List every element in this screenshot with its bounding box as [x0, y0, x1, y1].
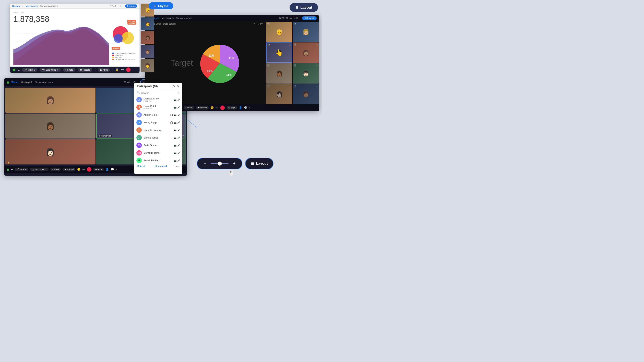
- layout-btn-analytics[interactable]: ⊞ Layout: [125, 4, 137, 7]
- webex-main-titlebar: ⬤ Webex Meeting info Show menu bar 12:40…: [145, 15, 319, 21]
- participants-icon-main[interactable]: 👤: [239, 106, 242, 109]
- mic-icon-henry: 🎤: [177, 121, 180, 124]
- participant-cell-active[interactable]: 👨🏿 👆 🎤 ☆: [266, 42, 292, 63]
- pie-chart-area: Target 41% 34% 13% 12%: [166, 38, 244, 88]
- sort-btn[interactable]: ⇅: [178, 91, 180, 94]
- name-umar: Umar Patel: [144, 105, 172, 107]
- emoji-icon-main[interactable]: 😊: [210, 106, 214, 109]
- participant-item-austen[interactable]: AB Austen Baker 🎧 📷 🎤: [134, 111, 182, 119]
- layout-button-top-center[interactable]: ⊞ Layout: [149, 2, 173, 9]
- meeting-info-link-analytics[interactable]: Meeting info: [26, 5, 38, 7]
- participants-close-btn[interactable]: ✕: [177, 84, 180, 88]
- stop-video-btn-analytics[interactable]: 📷 Stop video ∨: [40, 68, 60, 72]
- chat-icon-bottom[interactable]: 💬: [111, 168, 114, 171]
- participant-item-marise[interactable]: MT Marise Torres 📷 🎤: [134, 134, 182, 141]
- video-cell-5[interactable]: 👩🏻 🔒: [5, 139, 96, 164]
- zoom-in-button[interactable]: +: [231, 160, 238, 167]
- separator-1: |: [94, 68, 96, 72]
- svg-text:12%: 12%: [209, 54, 214, 57]
- thumb-3[interactable]: 👩🏾: [141, 31, 154, 44]
- participant-info-umar: Umar Patel Presenter: [144, 105, 172, 110]
- participant-cell-4[interactable]: 👩🏾 🎤 ☆: [266, 63, 292, 84]
- participant-cell-3[interactable]: 👩🏽 🎤 ☆: [293, 42, 319, 63]
- plus-btn-screen[interactable]: +: [254, 22, 255, 25]
- share-btn-bottom[interactable]: ↑ Share: [50, 168, 61, 171]
- participant-item-clarissa[interactable]: CS Clarissa Smith Host, me 📷 🎤: [134, 96, 182, 103]
- record-label-analytics: Record: [83, 69, 90, 71]
- thumb-5[interactable]: 🧑: [141, 59, 154, 72]
- record-label-bottom: Record: [67, 168, 74, 170]
- layout-btn-main[interactable]: ⊞ Layout: [302, 16, 317, 20]
- maximize-btn-main[interactable]: □: [293, 17, 294, 20]
- thumbnail-strip: 👴 👩 👩🏾 👨🏽 🧑: [141, 3, 154, 73]
- more-icon-bottom[interactable]: •••: [82, 168, 85, 171]
- unmute-all-btn[interactable]: Unmute all: [155, 165, 167, 168]
- show-menu-analytics[interactable]: Show menu bar ∨: [40, 5, 58, 7]
- participants-icon-bottom[interactable]: 👤: [106, 168, 109, 171]
- more-icon-main[interactable]: •••: [216, 106, 218, 109]
- thumb-4[interactable]: 👨🏽: [141, 45, 154, 58]
- zoom-out-button[interactable]: −: [202, 160, 208, 167]
- video-cell-1[interactable]: 👩🏽: [5, 88, 96, 113]
- participant-item-murad[interactable]: MH Murad Higgins 📷 🎤: [134, 149, 182, 157]
- icons-austen: 🎧 📷 🎤: [170, 114, 180, 116]
- record-btn-analytics[interactable]: ⏺ Record: [78, 68, 92, 72]
- apps-btn-main[interactable]: ⊞ Apps: [226, 106, 237, 109]
- meeting-info-main[interactable]: Meeting info: [162, 17, 174, 19]
- end-call-btn-bottom[interactable]: [87, 167, 92, 172]
- analytics-window: Webex ● Meeting info Show menu bar ∨ 12:…: [10, 3, 140, 73]
- more-options-participants[interactable]: •••: [176, 164, 180, 168]
- webex-logo-analytics: Webex: [12, 5, 20, 7]
- participant-item-henry[interactable]: HR Henry Riggs 🎧 📷 🎤: [134, 119, 182, 126]
- icons-isabella: 📷 🎤: [174, 129, 180, 131]
- participant-cell-2[interactable]: 👩🏼 🎤: [293, 22, 319, 42]
- stop-video-btn-bottom[interactable]: 📷 Stop video ∨: [30, 168, 48, 171]
- participant-cell-1[interactable]: 👴 🎤: [266, 22, 292, 42]
- participant-item-sonali[interactable]: SP Sonali Pitchard 📷 🎤: [134, 157, 182, 163]
- record-btn-bottom[interactable]: ⏺ Record: [62, 168, 75, 171]
- search-input[interactable]: [141, 92, 176, 94]
- chat-icon-main[interactable]: 💬: [244, 106, 247, 109]
- share-btn-analytics[interactable]: ↑ Share: [63, 68, 76, 72]
- apps-btn-bottom[interactable]: ⊞ Apps: [93, 168, 104, 171]
- mic-icon-cell-6: 🎤: [267, 85, 270, 88]
- participant-item-isabella[interactable]: IB Isabella Brennan 📷 🎤: [134, 126, 182, 134]
- end-call-btn-analytics[interactable]: [126, 67, 130, 72]
- layout-button-top-right[interactable]: ⊞ Layout: [290, 3, 318, 12]
- star-icon-5: ☆: [289, 85, 291, 87]
- minimize-btn-main[interactable]: ─: [290, 17, 292, 20]
- settings-icon-main[interactable]: ⚙: [286, 17, 288, 20]
- zoom-slider[interactable]: [211, 163, 228, 164]
- more-options-main[interactable]: ›: [249, 106, 250, 109]
- share-btn-main[interactable]: ↑ Share: [184, 106, 194, 109]
- layout-button-zoom[interactable]: ⊞ Layout: [245, 158, 274, 169]
- participant-item-sofia[interactable]: SG Sofia Gomez 📷 🎤: [134, 141, 182, 149]
- expand-btn-screen[interactable]: ⛶: [257, 22, 259, 25]
- minus-btn-screen[interactable]: ─: [251, 22, 253, 25]
- camera-icon-austen: 📷: [174, 114, 176, 116]
- thumb-2[interactable]: 👩: [141, 17, 154, 30]
- thumb-person-5: 🧑: [141, 59, 154, 72]
- mute-btn-bottom[interactable]: 🎤 Mute ∨: [15, 168, 28, 171]
- participant-icon-7: 🧑🏽: [302, 91, 309, 97]
- emoji-icon-bottom[interactable]: 😊: [77, 168, 80, 171]
- show-menu-main[interactable]: Show menu bar: [176, 17, 192, 19]
- record-btn-main[interactable]: ⏺ Record: [196, 106, 209, 109]
- participant-cell-5[interactable]: 👨🏻 🎤 ☆: [293, 63, 319, 84]
- participants-refresh-btn[interactable]: ↻: [172, 84, 175, 88]
- apps-btn-analytics[interactable]: ⊞ Apps: [98, 68, 110, 72]
- meeting-info-bottom[interactable]: Meeting info: [21, 81, 33, 84]
- participant-info-sonali: Sonali Pitchard: [144, 159, 172, 162]
- end-call-btn-main[interactable]: [220, 105, 225, 110]
- video-cell-3[interactable]: 👩🏾: [5, 113, 96, 139]
- participant-item-umar[interactable]: UP P Umar Patel Presenter 📷 🎤: [134, 103, 182, 111]
- close-btn-main[interactable]: ✕: [296, 17, 298, 20]
- participant-cell-7[interactable]: 🧑🏽 🎤 ☆: [293, 84, 319, 104]
- more-options-icon-analytics[interactable]: •••: [121, 68, 124, 71]
- mute-all-btn[interactable]: Mute all: [137, 165, 146, 168]
- settings-icon-analytics[interactable]: ⚙: [120, 4, 122, 7]
- show-menu-bottom[interactable]: Show menu bar ∨: [35, 81, 53, 84]
- more-options-bottom[interactable]: ›: [116, 168, 117, 171]
- participant-cell-6[interactable]: 👩🏻 🎤 ☆: [266, 84, 292, 104]
- mute-btn-analytics[interactable]: 🎤 Mute ∨: [22, 68, 37, 72]
